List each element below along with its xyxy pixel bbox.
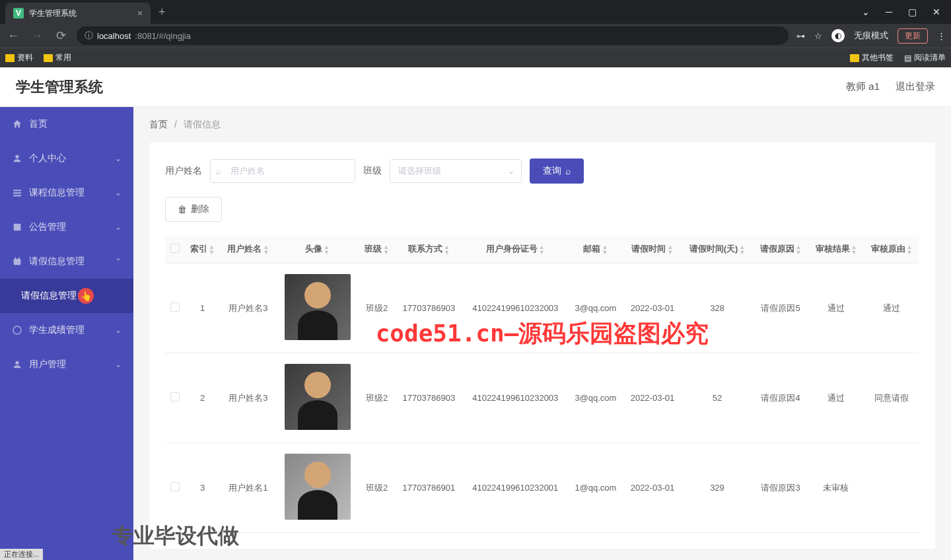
th-index[interactable]: 索引▲▼: [184, 235, 221, 263]
th-class[interactable]: 班级▲▼: [359, 235, 395, 263]
status-bar: 正在连接...: [0, 549, 43, 560]
bookmark-folder-1[interactable]: 资料: [5, 52, 33, 63]
reading-list[interactable]: ▤阅读清单: [904, 52, 946, 63]
list-icon: [12, 188, 22, 198]
cell-class: 班级2: [359, 263, 395, 353]
update-button[interactable]: 更新: [898, 28, 928, 44]
cell-reply: 同意请假: [864, 353, 919, 443]
cell-idcard: 410224199610232001: [463, 443, 568, 533]
logout-button[interactable]: 退出登录: [896, 81, 935, 93]
url-input[interactable]: ⓘ localhost:8081/#/qingjia: [77, 26, 789, 45]
th-username[interactable]: 用户姓名▲▼: [221, 235, 276, 263]
checkbox[interactable]: [170, 302, 180, 312]
th-contact[interactable]: 联系方式▲▼: [395, 235, 463, 263]
back-button[interactable]: ←: [5, 29, 21, 43]
breadcrumb-sep: /: [174, 119, 177, 129]
cell-reply: [864, 443, 919, 533]
sidebar-item-home[interactable]: 首页: [0, 107, 133, 141]
leave-icon: [12, 256, 22, 267]
table-row: 2 用户姓名3 班级2 17703786903 4102241996102320…: [165, 353, 919, 443]
cell-contact: 17703786903: [395, 263, 463, 353]
chevron-down-icon[interactable]: ⌄: [862, 7, 870, 17]
sidebar-item-notice[interactable]: 公告管理 ⌄: [0, 210, 133, 244]
reload-button[interactable]: ⟳: [53, 28, 69, 43]
th-email[interactable]: 邮箱▲▼: [568, 235, 623, 263]
svg-rect-2: [13, 192, 21, 193]
browser-tab[interactable]: V 学生管理系统 ×: [5, 3, 151, 24]
sidebar: 首页 个人中心 ⌄ 课程信息管理 ⌄ 公告管理 ⌄ 请假信息管理 ⌃: [0, 107, 133, 560]
th-reply[interactable]: 审核原由▲▼: [864, 235, 919, 263]
app-header: 学生管理系统 教师 a1 退出登录: [0, 67, 951, 107]
close-window-icon[interactable]: ✕: [933, 7, 940, 17]
other-bookmarks[interactable]: 其他书签: [850, 52, 894, 63]
url-host: localhost: [97, 31, 131, 41]
svg-rect-4: [14, 224, 21, 231]
delete-button[interactable]: 🗑 删除: [165, 197, 222, 222]
th-checkbox[interactable]: [165, 235, 184, 263]
th-reason[interactable]: 请假原因▲▼: [753, 235, 808, 263]
watermark-bottom: 专业毕设代做: [112, 522, 239, 551]
cell-username: 用户姓名3: [221, 263, 276, 353]
sort-icon: ▲▼: [444, 244, 450, 255]
th-idcard[interactable]: 用户身份证号▲▼: [463, 235, 568, 263]
user-label[interactable]: 教师 a1: [846, 81, 880, 93]
close-icon[interactable]: ×: [137, 8, 143, 18]
list-icon: ▤: [904, 53, 911, 63]
cell-reason: 请假原因3: [753, 443, 808, 533]
menu-icon[interactable]: ⋮: [937, 31, 946, 41]
sidebar-item-profile[interactable]: 个人中心 ⌄: [0, 141, 133, 176]
cell-days: 52: [682, 353, 753, 443]
cell-checkbox[interactable]: [165, 353, 184, 443]
folder-icon: [850, 54, 859, 62]
query-button[interactable]: 查询 ⌕: [530, 158, 584, 184]
tab-title: 学生管理系统: [29, 8, 132, 19]
grade-icon: [12, 325, 22, 335]
svg-point-8: [13, 326, 21, 334]
chevron-down-icon: ⌄: [115, 188, 122, 197]
th-leave-days[interactable]: 请假时间(天)▲▼: [682, 235, 753, 263]
minimize-icon[interactable]: ─: [886, 7, 892, 17]
sidebar-item-leave-parent[interactable]: 请假信息管理 ⌃: [0, 244, 133, 279]
cell-checkbox[interactable]: [165, 443, 184, 533]
checkbox[interactable]: [170, 244, 180, 253]
key-icon[interactable]: ⊶: [796, 31, 805, 41]
th-result[interactable]: 审核结果▲▼: [808, 235, 864, 263]
checkbox[interactable]: [170, 482, 180, 491]
search-icon: ⌕: [216, 166, 221, 176]
maximize-icon[interactable]: ▢: [908, 7, 917, 17]
cell-checkbox[interactable]: [165, 263, 184, 353]
incognito-label: 无痕模式: [854, 30, 888, 42]
sort-icon: ▲▼: [324, 244, 330, 255]
sidebar-item-course[interactable]: 课程信息管理 ⌄: [0, 176, 133, 210]
cell-leave-date: 2022-03-01: [623, 263, 682, 353]
tab-bar: V 学生管理系统 × + ⌄ ─ ▢ ✕: [0, 0, 951, 24]
username-input[interactable]: ⌕ 用户姓名: [210, 159, 355, 183]
cell-reason: 请假原因5: [753, 263, 808, 353]
table-row: 3 用户姓名1 班级2 17703786901 4102241996102320…: [165, 443, 919, 533]
cell-result: 通过: [808, 263, 864, 353]
th-avatar[interactable]: 头像▲▼: [276, 235, 359, 263]
sort-icon: ▲▼: [851, 244, 857, 255]
cell-contact: 17703786903: [395, 353, 463, 443]
breadcrumb-home[interactable]: 首页: [149, 119, 168, 129]
cell-avatar: [276, 443, 359, 533]
search-icon: ⌕: [565, 166, 571, 176]
sidebar-item-user-manage[interactable]: 用户管理 ⌄: [0, 347, 133, 382]
cell-reason: 请假原因4: [753, 353, 808, 443]
th-leave-date[interactable]: 请假时间▲▼: [623, 235, 682, 263]
home-icon: [12, 119, 22, 129]
class-select[interactable]: 请选择班级 ⌄: [390, 159, 522, 183]
svg-rect-5: [14, 259, 21, 265]
app-title: 学生管理系统: [16, 77, 103, 97]
sidebar-item-grade[interactable]: 学生成绩管理 ⌄: [0, 313, 133, 347]
star-icon[interactable]: ☆: [814, 31, 822, 41]
bookmark-folder-2[interactable]: 常用: [44, 52, 71, 63]
sidebar-item-leave-manage[interactable]: 请假信息管理 👆: [0, 279, 133, 313]
cell-email: 1@qq.com: [568, 443, 623, 533]
checkbox[interactable]: [170, 392, 180, 402]
cell-result: 未审核: [808, 443, 864, 533]
search-row: 用户姓名 ⌕ 用户姓名 班级 请选择班级 ⌄ 查询 ⌕: [165, 158, 919, 184]
svg-rect-6: [15, 257, 16, 259]
info-icon: ⓘ: [85, 30, 93, 42]
new-tab-button[interactable]: +: [158, 5, 166, 19]
